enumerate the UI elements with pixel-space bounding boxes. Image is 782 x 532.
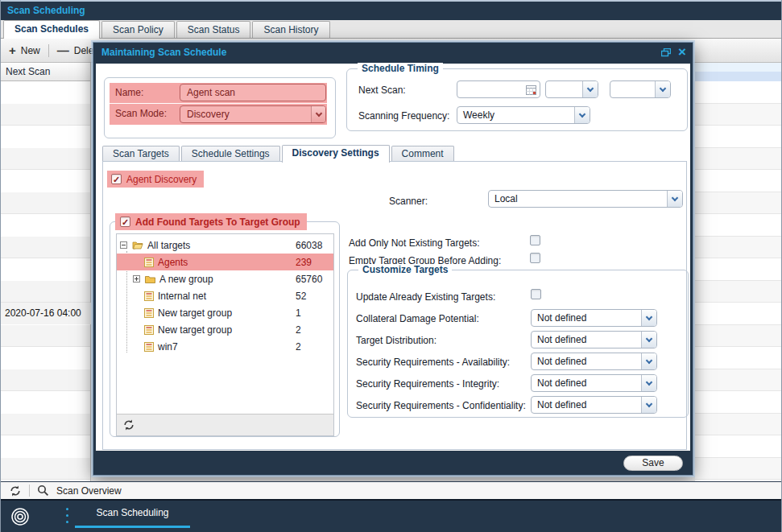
tab-scan-policy[interactable]: Scan Policy xyxy=(101,21,175,38)
chevron-down-icon[interactable] xyxy=(655,81,670,97)
agent-discovery-label: Agent Discovery xyxy=(126,174,197,185)
target-distribution-select[interactable]: Not defined xyxy=(531,331,657,348)
tree-item-agents[interactable]: Agents 239 xyxy=(117,254,333,270)
column-header-next-scan[interactable]: Next Scan xyxy=(1,63,91,81)
close-icon[interactable]: × xyxy=(678,46,686,59)
schedule-timing-legend: Schedule Timing xyxy=(358,63,443,74)
collapse-icon[interactable] xyxy=(120,241,127,249)
dialog-tab-bar: Scan Targets Schedule Settings Discovery… xyxy=(102,144,456,162)
tree-item-internal-net[interactable]: Internal net 52 xyxy=(117,287,333,304)
dialog-titlebar[interactable]: Maintaining Scan Schedule xyxy=(93,43,693,63)
chevron-down-icon[interactable] xyxy=(641,375,656,391)
tab-scan-targets[interactable]: Scan Targets xyxy=(102,146,180,162)
chevron-down-icon[interactable] xyxy=(641,332,656,348)
restore-window-icon[interactable] xyxy=(661,48,671,57)
sr-integrity-select[interactable]: Not defined xyxy=(531,374,657,392)
tree-item-label: New target group xyxy=(158,307,232,319)
tree-item-label: win7 xyxy=(158,341,178,353)
table-row-selected[interactable] xyxy=(695,72,782,81)
target-list-icon xyxy=(144,342,154,352)
new-button[interactable]: + New xyxy=(9,45,40,56)
drag-handle-icon[interactable] xyxy=(66,508,68,523)
tree-item-count: 239 xyxy=(296,257,312,268)
tree-item-label: Agents xyxy=(158,257,188,268)
target-distribution-value: Not defined xyxy=(532,334,641,345)
window-titlebar: Scan Scheduling xyxy=(1,0,782,20)
delete-button[interactable]: — Dele xyxy=(57,45,94,56)
tree-item-label: New target group xyxy=(158,324,232,336)
next-scan-minute-select[interactable] xyxy=(610,80,671,98)
sr-confidentiality-select[interactable]: Not defined xyxy=(531,396,657,414)
taskbar-item-scan-scheduling[interactable]: Scan Scheduling xyxy=(75,507,190,518)
tab-scan-history[interactable]: Scan History xyxy=(252,21,329,38)
scanning-frequency-select[interactable]: Weekly xyxy=(457,106,590,124)
name-input[interactable]: Agent scan xyxy=(180,84,326,101)
target-group-legend-label: Add Found Targets To Target Group xyxy=(135,217,300,228)
search-icon[interactable] xyxy=(37,485,49,497)
target-distribution-label: Target Distribution: xyxy=(356,335,437,346)
agent-discovery-option[interactable]: ✓ Agent Discovery xyxy=(107,171,204,188)
chevron-down-icon[interactable] xyxy=(311,106,325,122)
calendar-icon[interactable] xyxy=(526,85,536,95)
tab-scan-status[interactable]: Scan Status xyxy=(176,21,251,38)
table-row[interactable]: 2020-07-16 04:00 xyxy=(1,303,91,324)
tree-item-count: 52 xyxy=(296,291,306,302)
tab-comment[interactable]: Comment xyxy=(391,146,454,162)
bullseye-icon[interactable] xyxy=(10,507,30,526)
tree-item-all-targets[interactable]: All targets 66038 xyxy=(117,237,333,254)
tree-item-a-new-group[interactable]: A new group 65760 xyxy=(117,270,333,287)
target-group-legend[interactable]: ✓ Add Found Targets To Target Group xyxy=(115,213,307,230)
name-label: Name: xyxy=(115,87,143,98)
collateral-damage-label: Collateral Damage Potential: xyxy=(356,313,479,324)
minus-icon: — xyxy=(57,45,69,56)
dialog-footer: Save xyxy=(93,451,693,475)
chevron-down-icon[interactable] xyxy=(641,353,656,369)
scanner-select[interactable]: Local xyxy=(488,190,683,208)
collateral-damage-select[interactable]: Not defined xyxy=(531,309,657,327)
empty-group-checkbox[interactable] xyxy=(530,253,540,263)
dialog-body: Name: Agent scan Scan Mode: Discovery Sc… xyxy=(96,64,690,451)
scanning-frequency-label: Scanning Frequency: xyxy=(358,110,449,122)
next-scan-date-input[interactable] xyxy=(457,80,540,98)
toolbar-separator xyxy=(48,44,49,57)
tree-item-new-target-group-2[interactable]: New target group 2 xyxy=(117,321,333,338)
table-row[interactable] xyxy=(695,63,782,72)
chevron-down-icon[interactable] xyxy=(582,81,598,97)
statusbar-separator xyxy=(29,485,30,497)
tab-schedule-settings[interactable]: Schedule Settings xyxy=(181,146,280,162)
chevron-down-icon[interactable] xyxy=(641,310,656,326)
sr-confidentiality-value: Not defined xyxy=(532,399,641,410)
maintaining-scan-schedule-dialog: Maintaining Scan Schedule × Name: Agent … xyxy=(93,42,693,476)
add-found-targets-checkbox[interactable]: ✓ xyxy=(120,217,130,227)
refresh-icon[interactable] xyxy=(122,419,135,431)
next-scan-hour-select[interactable] xyxy=(545,80,598,98)
tab-discovery-settings[interactable]: Discovery Settings xyxy=(282,145,390,163)
collateral-damage-value: Not defined xyxy=(532,312,641,324)
discovery-settings-panel: ✓ Agent Discovery Scanner: Local ✓ Add F… xyxy=(102,161,687,450)
refresh-icon[interactable] xyxy=(9,485,22,497)
dialog-title: Maintaining Scan Schedule xyxy=(101,47,226,58)
delete-button-label: Dele xyxy=(74,45,94,56)
chevron-down-icon[interactable] xyxy=(667,191,682,207)
scanner-value: Local xyxy=(489,193,667,204)
chevron-down-icon[interactable] xyxy=(641,397,656,413)
update-existing-checkbox[interactable] xyxy=(531,289,541,299)
tree-item-win7[interactable]: win7 2 xyxy=(117,338,333,355)
plus-icon: + xyxy=(9,45,16,56)
add-only-checkbox[interactable] xyxy=(530,235,540,245)
statusbar: Scan Overview xyxy=(1,481,782,501)
scan-mode-select[interactable]: Discovery xyxy=(180,105,326,123)
expand-icon[interactable] xyxy=(133,275,140,282)
app-window: Scan Scheduling Scan Schedules Scan Poli… xyxy=(0,0,782,532)
tree-item-label: All targets xyxy=(147,240,190,251)
sr-availability-select[interactable]: Not defined xyxy=(531,353,657,370)
save-button[interactable]: Save xyxy=(623,456,683,471)
tree-item-new-target-group-1[interactable]: New target group 1 xyxy=(117,304,333,321)
tree-item-count: 65760 xyxy=(296,274,322,285)
schedule-timing-fieldset: Schedule Timing Next Scan: Scanning Freq… xyxy=(346,68,688,131)
chevron-down-icon[interactable] xyxy=(574,107,590,123)
target-list-icon xyxy=(144,291,154,301)
agent-discovery-checkbox[interactable]: ✓ xyxy=(111,174,122,184)
tree-list: All targets 66038 Agents 239 xyxy=(117,234,333,414)
tab-scan-schedules[interactable]: Scan Schedules xyxy=(3,20,100,39)
